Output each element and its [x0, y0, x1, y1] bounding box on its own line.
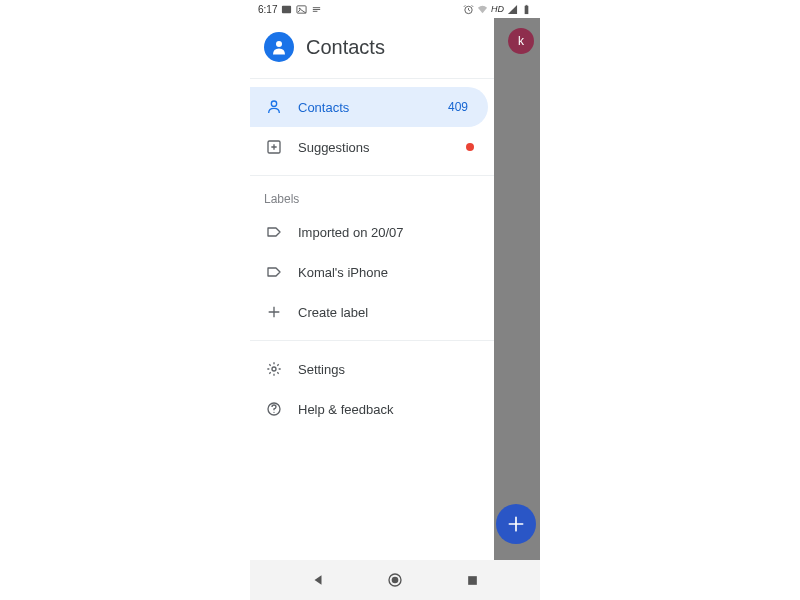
- avatar-letter: k: [518, 34, 524, 48]
- status-bar: 6:17 HD: [250, 0, 540, 18]
- contacts-count: 409: [448, 100, 468, 114]
- phone-frame: 6:17 HD k Contacts: [250, 0, 540, 600]
- nav-item-settings[interactable]: Settings: [250, 349, 494, 389]
- person-icon: [264, 99, 284, 115]
- plus-icon: [264, 304, 284, 320]
- nav-section-footer: Settings Help & feedback: [250, 341, 494, 437]
- svg-point-13: [392, 577, 399, 584]
- nav-item-create-label[interactable]: Create label: [250, 292, 494, 332]
- add-contact-fab[interactable]: [496, 504, 536, 544]
- nav-label: Suggestions: [298, 140, 466, 155]
- profile-avatar[interactable]: k: [508, 28, 534, 54]
- drawer-scrim[interactable]: [494, 18, 540, 560]
- nav-label: Komal's iPhone: [298, 265, 480, 280]
- navigation-drawer: Contacts Contacts 409 Suggestions Labels: [250, 18, 494, 560]
- svg-point-9: [272, 367, 276, 371]
- label-icon: [264, 264, 284, 280]
- contacts-app-icon: [264, 32, 294, 62]
- nav-item-contacts[interactable]: Contacts 409: [250, 87, 488, 127]
- alarm-icon: [463, 4, 474, 15]
- back-button[interactable]: [309, 571, 327, 589]
- status-right: HD: [463, 4, 532, 15]
- wifi-icon: [477, 4, 488, 15]
- svg-rect-0: [282, 5, 291, 12]
- suggestions-icon: [264, 139, 284, 155]
- nav-item-help[interactable]: Help & feedback: [250, 389, 494, 429]
- svg-rect-5: [526, 4, 528, 5]
- hd-indicator: HD: [491, 4, 504, 14]
- home-button[interactable]: [386, 571, 404, 589]
- nav-item-label[interactable]: Imported on 20/07: [250, 212, 494, 252]
- nav-label: Help & feedback: [298, 402, 480, 417]
- labels-header: Labels: [250, 184, 494, 212]
- recents-button[interactable]: [463, 571, 481, 589]
- drawer-header: Contacts: [250, 18, 494, 79]
- image-icon: [296, 4, 307, 15]
- status-left: 6:17: [258, 4, 322, 15]
- svg-point-6: [276, 41, 282, 47]
- nav-section-labels: Labels Imported on 20/07 Komal's iPhone …: [250, 176, 494, 341]
- notification-icon: [281, 4, 292, 15]
- signal-icon: [507, 4, 518, 15]
- nav-item-suggestions[interactable]: Suggestions: [250, 127, 494, 167]
- nav-label: Settings: [298, 362, 480, 377]
- nav-label: Imported on 20/07: [298, 225, 480, 240]
- download-icon: [311, 4, 322, 15]
- battery-icon: [521, 4, 532, 15]
- nav-section-main: Contacts 409 Suggestions: [250, 79, 494, 176]
- nav-label: Contacts: [298, 100, 448, 115]
- svg-rect-4: [525, 5, 529, 13]
- nav-item-label[interactable]: Komal's iPhone: [250, 252, 494, 292]
- svg-point-7: [271, 101, 276, 106]
- status-time: 6:17: [258, 4, 277, 15]
- system-navigation-bar: [250, 560, 540, 600]
- plus-icon: [506, 514, 526, 534]
- gear-icon: [264, 361, 284, 377]
- svg-point-11: [273, 412, 274, 413]
- label-icon: [264, 224, 284, 240]
- notification-dot-icon: [466, 143, 474, 151]
- drawer-title: Contacts: [306, 36, 385, 59]
- svg-rect-14: [468, 576, 477, 585]
- nav-label: Create label: [298, 305, 480, 320]
- help-icon: [264, 401, 284, 417]
